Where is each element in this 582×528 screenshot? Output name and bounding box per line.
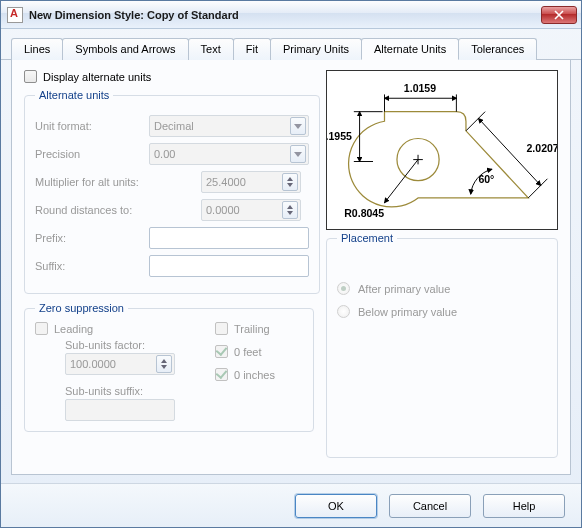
placement-group: Placement After primary value Below prim…: [326, 232, 558, 458]
placement-below-radio[interactable]: [337, 305, 350, 318]
zero-suppression-legend: Zero suppression: [35, 302, 128, 314]
tab-symbols-arrows[interactable]: Symbols and Arrows: [62, 38, 188, 60]
subunits-suffix-input[interactable]: [65, 399, 175, 421]
tab-body: Display alternate units Alternate units …: [11, 60, 571, 475]
zero-suppression-group: Zero suppression Leading Sub-units facto…: [24, 302, 314, 432]
multiplier-spinner[interactable]: 25.4000: [201, 171, 301, 193]
spinner-buttons[interactable]: [282, 173, 298, 191]
app-icon: [7, 7, 23, 23]
tab-tolerances[interactable]: Tolerances: [458, 38, 537, 60]
multiplier-label: Multiplier for alt units:: [35, 176, 195, 188]
tab-fit[interactable]: Fit: [233, 38, 271, 60]
cancel-button[interactable]: Cancel: [389, 494, 471, 518]
round-spinner[interactable]: 0.0000: [201, 199, 301, 221]
prefix-input[interactable]: [149, 227, 309, 249]
zero-inches-label: 0 inches: [234, 369, 275, 381]
unit-format-value: Decimal: [154, 120, 194, 132]
round-value: 0.0000: [206, 204, 240, 216]
alternate-units-legend: Alternate units: [35, 89, 113, 101]
svg-text:60°: 60°: [478, 173, 494, 185]
preview-pane: 1.0159 1.1955 2.0207 60° R0.: [326, 70, 558, 230]
trailing-label: Trailing: [234, 323, 270, 335]
svg-line-16: [385, 160, 419, 203]
subunits-factor-spinner[interactable]: 100.0000: [65, 353, 175, 375]
svg-text:R0.8045: R0.8045: [344, 207, 384, 219]
unit-format-label: Unit format:: [35, 120, 143, 132]
tab-lines[interactable]: Lines: [11, 38, 63, 60]
zero-feet-label: 0 feet: [234, 346, 262, 358]
tab-alternate-units[interactable]: Alternate Units: [361, 38, 459, 60]
display-alternate-units-label: Display alternate units: [43, 71, 151, 83]
trailing-checkbox[interactable]: [215, 322, 228, 335]
window-title: New Dimension Style: Copy of Standard: [29, 9, 541, 21]
chevron-down-icon: [290, 117, 306, 135]
svg-line-11: [466, 112, 485, 131]
chevron-down-icon: [290, 145, 306, 163]
zero-inches-checkbox[interactable]: [215, 368, 228, 381]
suffix-label: Suffix:: [35, 260, 143, 272]
subunits-suffix-label: Sub-units suffix:: [65, 385, 175, 397]
unit-format-combo[interactable]: Decimal: [149, 115, 309, 137]
spinner-buttons[interactable]: [282, 201, 298, 219]
close-button[interactable]: [541, 6, 577, 24]
zero-feet-checkbox[interactable]: [215, 345, 228, 358]
tab-primary-units[interactable]: Primary Units: [270, 38, 362, 60]
alternate-units-group: Alternate units Unit format: Decimal Pre…: [24, 89, 320, 294]
precision-combo[interactable]: 0.00: [149, 143, 309, 165]
suffix-input[interactable]: [149, 255, 309, 277]
dimension-style-dialog: New Dimension Style: Copy of Standard Li…: [0, 0, 582, 528]
svg-line-12: [528, 179, 547, 198]
spinner-buttons[interactable]: [156, 355, 172, 373]
display-alternate-units-checkbox[interactable]: [24, 70, 37, 83]
titlebar: New Dimension Style: Copy of Standard: [1, 1, 581, 29]
placement-after-radio[interactable]: [337, 282, 350, 295]
tab-text[interactable]: Text: [188, 38, 234, 60]
button-bar: OK Cancel Help: [1, 483, 581, 527]
placement-after-label: After primary value: [358, 283, 450, 295]
svg-text:1.0159: 1.0159: [404, 83, 436, 95]
precision-label: Precision: [35, 148, 143, 160]
close-icon: [554, 10, 564, 20]
placement-legend: Placement: [337, 232, 397, 244]
prefix-label: Prefix:: [35, 232, 143, 244]
svg-text:1.1955: 1.1955: [327, 130, 352, 142]
placement-below-label: Below primary value: [358, 306, 457, 318]
subunits-factor-label: Sub-units factor:: [65, 339, 175, 351]
svg-text:2.0207: 2.0207: [527, 142, 557, 154]
tabstrip: Lines Symbols and Arrows Text Fit Primar…: [1, 29, 581, 60]
precision-value: 0.00: [154, 148, 175, 160]
round-label: Round distances to:: [35, 204, 195, 216]
subunits-factor-value: 100.0000: [70, 358, 116, 370]
help-button[interactable]: Help: [483, 494, 565, 518]
leading-label: Leading: [54, 323, 93, 335]
multiplier-value: 25.4000: [206, 176, 246, 188]
leading-checkbox[interactable]: [35, 322, 48, 335]
ok-button[interactable]: OK: [295, 494, 377, 518]
